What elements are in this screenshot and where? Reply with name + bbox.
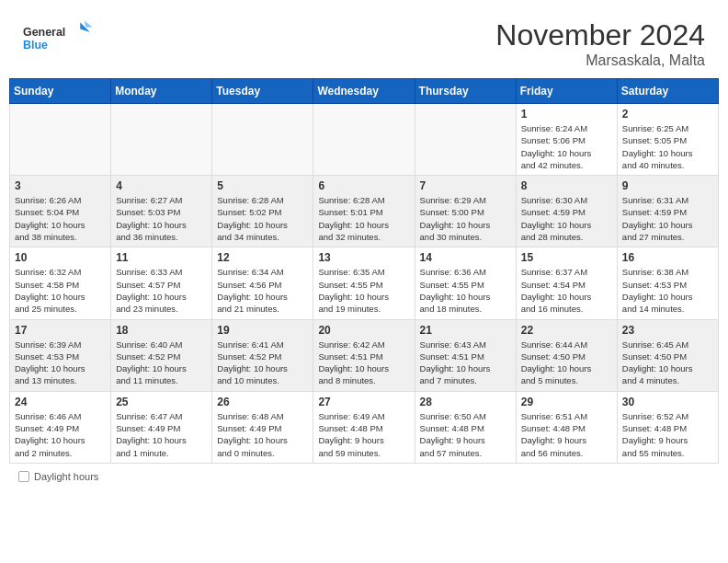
day-number: 28 <box>420 396 511 408</box>
day-info: Sunrise: 6:28 AM Sunset: 5:02 PM Dayligh… <box>217 194 308 243</box>
day-number: 30 <box>622 396 713 408</box>
day-info: Sunrise: 6:50 AM Sunset: 4:48 PM Dayligh… <box>420 410 511 459</box>
day-info: Sunrise: 6:31 AM Sunset: 4:59 PM Dayligh… <box>622 194 713 243</box>
day-info: Sunrise: 6:33 AM Sunset: 4:57 PM Dayligh… <box>116 266 207 315</box>
calendar-day-7: 7Sunrise: 6:29 AM Sunset: 5:00 PM Daylig… <box>415 176 516 247</box>
calendar-day-18: 18Sunrise: 6:40 AM Sunset: 4:52 PM Dayli… <box>111 319 212 391</box>
calendar-day-20: 20Sunrise: 6:42 AM Sunset: 4:51 PM Dayli… <box>313 319 415 391</box>
calendar-day-16: 16Sunrise: 6:38 AM Sunset: 4:53 PM Dayli… <box>617 247 718 319</box>
day-number: 15 <box>521 251 612 264</box>
svg-marker-3 <box>85 21 93 28</box>
day-info: Sunrise: 6:40 AM Sunset: 4:52 PM Dayligh… <box>116 339 207 387</box>
day-info: Sunrise: 6:38 AM Sunset: 4:53 PM Dayligh… <box>622 266 713 315</box>
day-number: 13 <box>318 251 409 264</box>
day-info: Sunrise: 6:25 AM Sunset: 5:05 PM Dayligh… <box>622 122 713 171</box>
calendar-day-22: 22Sunrise: 6:44 AM Sunset: 4:50 PM Dayli… <box>516 319 617 391</box>
day-info: Sunrise: 6:47 AM Sunset: 4:49 PM Dayligh… <box>116 410 207 459</box>
calendar-day-4: 4Sunrise: 6:27 AM Sunset: 5:03 PM Daylig… <box>111 176 212 247</box>
calendar-day-1: 1Sunrise: 6:24 AM Sunset: 5:06 PM Daylig… <box>516 104 617 176</box>
calendar-day-11: 11Sunrise: 6:33 AM Sunset: 4:57 PM Dayli… <box>111 247 212 319</box>
svg-text:Blue: Blue <box>23 39 48 52</box>
day-number: 18 <box>116 324 207 337</box>
calendar-empty <box>212 104 313 176</box>
svg-text:General: General <box>23 26 65 39</box>
day-number: 22 <box>521 324 612 337</box>
day-info: Sunrise: 6:26 AM Sunset: 5:04 PM Dayligh… <box>15 194 106 243</box>
calendar-day-9: 9Sunrise: 6:31 AM Sunset: 4:59 PM Daylig… <box>617 176 718 247</box>
calendar-row: 1Sunrise: 6:24 AM Sunset: 5:06 PM Daylig… <box>10 104 719 176</box>
day-number: 26 <box>217 396 308 408</box>
day-number: 21 <box>420 324 511 337</box>
day-info: Sunrise: 6:46 AM Sunset: 4:49 PM Dayligh… <box>15 410 106 459</box>
day-number: 6 <box>318 179 409 192</box>
calendar-header-row: SundayMondayTuesdayWednesdayThursdayFrid… <box>10 79 719 104</box>
calendar-row: 24Sunrise: 6:46 AM Sunset: 4:49 PM Dayli… <box>10 391 719 463</box>
calendar-day-24: 24Sunrise: 6:46 AM Sunset: 4:49 PM Dayli… <box>10 391 111 463</box>
day-info: Sunrise: 6:27 AM Sunset: 5:03 PM Dayligh… <box>116 194 207 243</box>
day-info: Sunrise: 6:36 AM Sunset: 4:55 PM Dayligh… <box>420 266 511 315</box>
day-number: 24 <box>15 396 106 408</box>
calendar-day-2: 2Sunrise: 6:25 AM Sunset: 5:05 PM Daylig… <box>617 104 718 176</box>
calendar-day-19: 19Sunrise: 6:41 AM Sunset: 4:52 PM Dayli… <box>212 319 313 391</box>
calendar-empty <box>111 104 212 176</box>
weekday-header-tuesday: Tuesday <box>212 79 313 104</box>
calendar-day-21: 21Sunrise: 6:43 AM Sunset: 4:51 PM Dayli… <box>415 319 516 391</box>
calendar-day-14: 14Sunrise: 6:36 AM Sunset: 4:55 PM Dayli… <box>415 247 516 319</box>
day-info: Sunrise: 6:39 AM Sunset: 4:53 PM Dayligh… <box>15 339 106 387</box>
day-number: 27 <box>318 396 409 408</box>
calendar-day-29: 29Sunrise: 6:51 AM Sunset: 4:48 PM Dayli… <box>516 391 617 463</box>
day-number: 23 <box>622 324 713 337</box>
day-info: Sunrise: 6:34 AM Sunset: 4:56 PM Dayligh… <box>217 266 308 315</box>
logo: General Blue <box>23 18 97 60</box>
weekday-header-saturday: Saturday <box>617 79 718 104</box>
day-number: 16 <box>622 251 713 264</box>
day-info: Sunrise: 6:30 AM Sunset: 4:59 PM Dayligh… <box>521 194 612 243</box>
legend-daylight: Daylight hours <box>18 471 98 482</box>
calendar-row: 17Sunrise: 6:39 AM Sunset: 4:53 PM Dayli… <box>10 319 719 391</box>
calendar-day-3: 3Sunrise: 6:26 AM Sunset: 5:04 PM Daylig… <box>10 176 111 247</box>
calendar-day-30: 30Sunrise: 6:52 AM Sunset: 4:48 PM Dayli… <box>617 391 718 463</box>
day-number: 14 <box>420 251 511 264</box>
calendar-day-15: 15Sunrise: 6:37 AM Sunset: 4:54 PM Dayli… <box>516 247 617 319</box>
day-number: 5 <box>217 179 308 192</box>
month-title: November 2024 <box>495 18 705 52</box>
day-info: Sunrise: 6:35 AM Sunset: 4:55 PM Dayligh… <box>318 266 409 315</box>
day-number: 9 <box>622 179 713 192</box>
day-info: Sunrise: 6:45 AM Sunset: 4:50 PM Dayligh… <box>622 339 713 387</box>
day-number: 7 <box>420 179 511 192</box>
day-number: 12 <box>217 251 308 264</box>
calendar-day-8: 8Sunrise: 6:30 AM Sunset: 4:59 PM Daylig… <box>516 176 617 247</box>
day-number: 29 <box>521 396 612 408</box>
calendar-day-6: 6Sunrise: 6:28 AM Sunset: 5:01 PM Daylig… <box>313 176 415 247</box>
day-info: Sunrise: 6:37 AM Sunset: 4:54 PM Dayligh… <box>521 266 612 315</box>
calendar-empty <box>415 104 516 176</box>
day-info: Sunrise: 6:51 AM Sunset: 4:48 PM Dayligh… <box>521 410 612 459</box>
calendar-day-25: 25Sunrise: 6:47 AM Sunset: 4:49 PM Dayli… <box>111 391 212 463</box>
calendar-table: SundayMondayTuesdayWednesdayThursdayFrid… <box>9 78 719 464</box>
weekday-header-thursday: Thursday <box>415 79 516 104</box>
calendar-row: 10Sunrise: 6:32 AM Sunset: 4:58 PM Dayli… <box>10 247 719 319</box>
day-number: 1 <box>521 108 612 121</box>
day-info: Sunrise: 6:28 AM Sunset: 5:01 PM Dayligh… <box>318 194 409 243</box>
day-number: 25 <box>116 396 207 408</box>
weekday-header-monday: Monday <box>111 79 212 104</box>
calendar-day-13: 13Sunrise: 6:35 AM Sunset: 4:55 PM Dayli… <box>313 247 415 319</box>
day-info: Sunrise: 6:48 AM Sunset: 4:49 PM Dayligh… <box>217 410 308 459</box>
day-info: Sunrise: 6:52 AM Sunset: 4:48 PM Dayligh… <box>622 410 713 459</box>
calendar-day-23: 23Sunrise: 6:45 AM Sunset: 4:50 PM Dayli… <box>617 319 718 391</box>
calendar-empty <box>313 104 415 176</box>
location: Marsaskala, Malta <box>495 52 705 69</box>
legend-dot-daylight <box>18 471 29 482</box>
logo-svg: General Blue <box>23 18 97 60</box>
calendar-day-28: 28Sunrise: 6:50 AM Sunset: 4:48 PM Dayli… <box>415 391 516 463</box>
calendar-day-12: 12Sunrise: 6:34 AM Sunset: 4:56 PM Dayli… <box>212 247 313 319</box>
day-info: Sunrise: 6:43 AM Sunset: 4:51 PM Dayligh… <box>420 339 511 387</box>
day-number: 8 <box>521 179 612 192</box>
day-number: 10 <box>15 251 106 264</box>
weekday-header-friday: Friday <box>516 79 617 104</box>
calendar-day-10: 10Sunrise: 6:32 AM Sunset: 4:58 PM Dayli… <box>10 247 111 319</box>
day-number: 3 <box>15 179 106 192</box>
day-info: Sunrise: 6:42 AM Sunset: 4:51 PM Dayligh… <box>318 339 409 387</box>
day-info: Sunrise: 6:29 AM Sunset: 5:00 PM Dayligh… <box>420 194 511 243</box>
legend-daylight-label: Daylight hours <box>34 471 98 482</box>
